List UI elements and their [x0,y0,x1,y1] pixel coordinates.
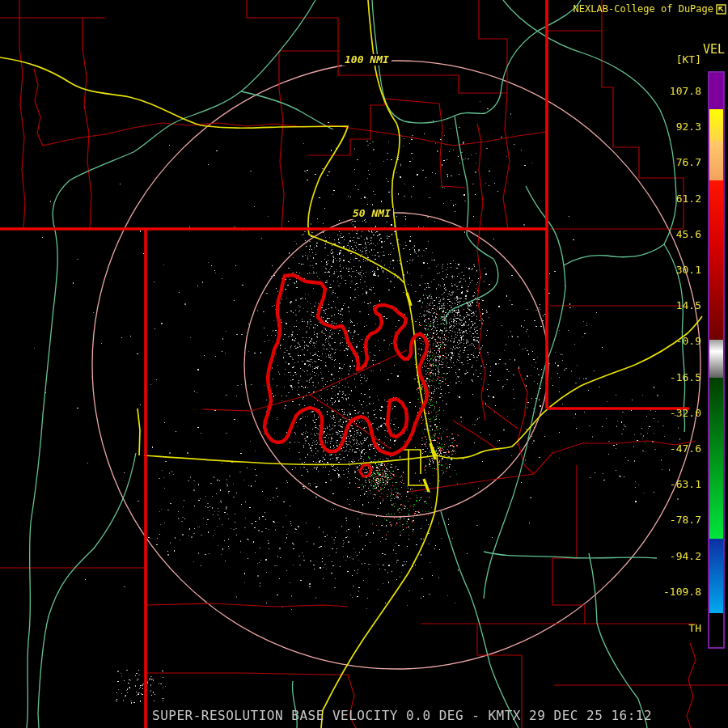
nexlab-brand[interactable]: NEXLAB-College of DuPage [574,3,726,15]
colorbar-title: VEL [703,42,725,57]
colorbar-tick: -109.8 [662,586,701,598]
small-lake-outline [360,464,371,476]
external-link-icon [716,4,726,15]
colorbar-tick: -32.0 [662,407,701,419]
colorbar-tick: -63.1 [662,478,701,490]
brand-label: NEXLAB-College of DuPage [574,3,713,15]
colorbar-tick: -16.5 [662,371,701,383]
colorbar-tick: -94.2 [662,550,701,562]
range-rings [92,61,700,669]
colorbar-threshold-label: TH [662,622,701,634]
product-caption: SUPER-RESOLUTION BASE VELOCITY 0.0 DEG -… [152,708,652,723]
state-borders-layer [0,0,689,728]
lake-outlines-layer [265,275,427,476]
great-salt-lake-outline [265,275,427,455]
range-ring-label-100nmi: 100 NMI [342,54,392,66]
radar-display[interactable]: NEXLAB-College of DuPage 100 NMI 50 NMI … [0,0,728,728]
range-ring-label-50nmi: 50 NMI [350,208,393,219]
colorbar-tick: 107.8 [662,85,701,97]
utah-lake-outline [387,399,407,437]
colorbar-tick: 92.3 [662,121,701,133]
velocity-color-scale [708,71,725,649]
colorbar-tick: -0.9 [662,335,701,347]
colorbar-tick: -47.6 [662,442,701,455]
colorbar-unit: [KT] [676,53,701,66]
rivers-layer [27,0,685,728]
colorbar-tick: 76.7 [662,156,701,168]
radar-map [0,0,728,728]
colorbar-tick: 61.2 [662,193,701,205]
colorbar-tick: 30.1 [662,264,701,276]
colorbar-tick: -78.7 [662,514,701,526]
colorbar-tick: 45.6 [662,228,701,240]
colorbar-tick: 14.5 [662,299,701,311]
